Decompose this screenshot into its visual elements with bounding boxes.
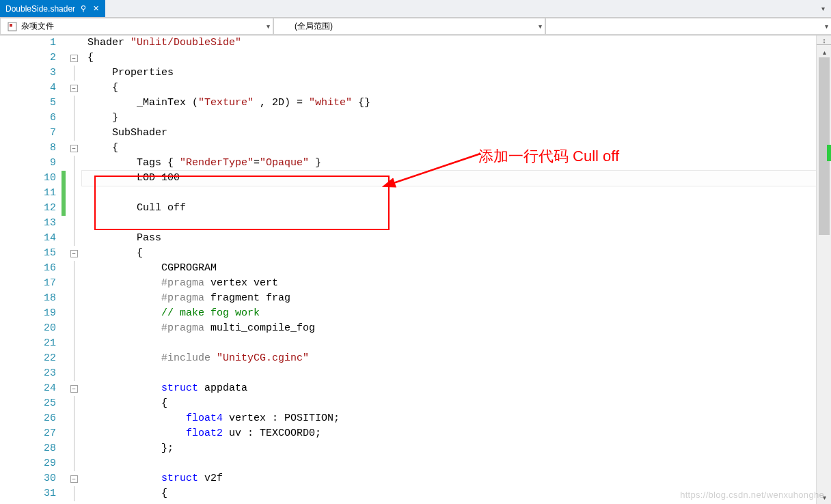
code-line[interactable]: { [82, 81, 816, 96]
fold-cell [66, 171, 82, 186]
fold-cell [66, 396, 82, 411]
fold-cell[interactable]: − [66, 141, 82, 156]
code-line[interactable]: }; [82, 441, 816, 456]
tab-dropdown-icon[interactable]: ▾ [817, 3, 828, 14]
line-number: 18 [0, 291, 56, 306]
code-line[interactable]: #include "UnityCG.cginc" [82, 351, 816, 366]
fold-guide [74, 276, 74, 291]
code-line[interactable]: // make fog work [82, 306, 816, 321]
line-number: 28 [0, 441, 56, 456]
fold-toggle-icon[interactable]: − [70, 55, 78, 62]
fold-guide [74, 321, 74, 336]
code-line[interactable]: LOD 100 [82, 171, 816, 186]
scroll-change-marker [827, 145, 831, 161]
fold-guide [74, 441, 74, 456]
fold-guide [74, 291, 74, 306]
code-line[interactable]: Shader "Unlit/DoubleSide" [82, 36, 816, 51]
scope-scope-select[interactable]: (全局范围) ▾ [273, 18, 545, 35]
fold-guide [74, 336, 74, 351]
fold-cell [66, 351, 82, 366]
vertical-scrollbar[interactable]: ↕ ▴ ▾ [816, 36, 831, 504]
code-line[interactable] [82, 366, 816, 381]
code-line[interactable] [82, 186, 816, 201]
fold-toggle-icon[interactable]: − [70, 145, 78, 152]
code-line[interactable] [82, 336, 816, 351]
fold-cell [66, 66, 82, 81]
line-number: 20 [0, 321, 56, 336]
code-line[interactable]: float2 uv : TEXCOORD0; [82, 426, 816, 441]
line-number: 23 [0, 366, 56, 381]
code-line[interactable]: { [82, 246, 816, 261]
line-number: 4 [0, 81, 56, 96]
line-number: 3 [0, 66, 56, 81]
code-line[interactable]: Pass [82, 231, 816, 246]
fold-toggle-icon[interactable]: − [70, 85, 78, 92]
code-line[interactable]: _MainTex ("Texture" , 2D) = "white" {} [82, 96, 816, 111]
fold-cell [66, 276, 82, 291]
code-line[interactable]: struct v2f [82, 471, 816, 486]
fold-cell [66, 36, 82, 51]
fold-toggle-icon[interactable]: − [70, 385, 78, 393]
tab-active[interactable]: DoubleSide.shader ⚲ ✕ [0, 0, 105, 17]
pin-icon[interactable]: ⚲ [79, 5, 87, 13]
chevron-down-icon: ▾ [825, 23, 828, 30]
fold-guide [74, 486, 74, 501]
scope-member-select[interactable]: ▾ [545, 18, 831, 35]
code-line[interactable]: { [82, 396, 816, 411]
line-number: 21 [0, 336, 56, 351]
line-number: 12 [0, 201, 56, 216]
fold-guide [74, 216, 74, 231]
code-line[interactable]: Properties [82, 66, 816, 81]
code-line[interactable]: CGPROGRAM [82, 261, 816, 276]
scope-project-select[interactable]: 杂项文件 ▾ [0, 18, 273, 35]
code-area[interactable]: Shader "Unlit/DoubleSide"{ Properties { … [82, 36, 816, 504]
line-number: 31 [0, 486, 56, 501]
fold-cell [66, 186, 82, 201]
fold-cell [66, 486, 82, 501]
line-number: 10 [0, 171, 56, 186]
scope-bar: 杂项文件 ▾ (全局范围) ▾ ▾ [0, 18, 831, 36]
fold-guide [74, 366, 74, 381]
code-line[interactable]: } [82, 111, 816, 126]
fold-cell[interactable]: − [66, 51, 82, 66]
fold-cell [66, 96, 82, 111]
fold-cell[interactable]: − [66, 471, 82, 486]
code-line[interactable]: #pragma multi_compile_fog [82, 321, 816, 336]
close-icon[interactable]: ✕ [92, 5, 100, 13]
fold-cell[interactable]: − [66, 246, 82, 261]
tab-bar: DoubleSide.shader ⚲ ✕ ▾ [0, 0, 831, 18]
fold-guide [74, 231, 74, 246]
fold-cell [66, 456, 82, 471]
fold-column: −−−−−− [66, 36, 82, 504]
fold-guide [74, 201, 74, 216]
code-line[interactable]: Tags { "RenderType"="Opaque" } [82, 156, 816, 171]
fold-toggle-icon[interactable]: − [70, 475, 78, 483]
line-number: 24 [0, 381, 56, 396]
fold-cell [66, 291, 82, 306]
code-line[interactable]: float4 vertex : POSITION; [82, 411, 816, 426]
fold-toggle-icon[interactable]: − [70, 250, 78, 257]
code-line[interactable]: { [82, 51, 816, 66]
fold-guide [74, 351, 74, 366]
fold-guide [74, 456, 74, 471]
fold-cell [66, 111, 82, 126]
split-icon[interactable]: ↕ [817, 36, 831, 45]
scope-scope-label: (全局范围) [295, 20, 333, 32]
code-line[interactable]: struct appdata [82, 381, 816, 396]
fold-cell [66, 126, 82, 141]
code-line[interactable]: { [82, 141, 816, 156]
line-number: 19 [0, 306, 56, 321]
fold-guide [74, 186, 74, 201]
code-line[interactable]: #pragma fragment frag [82, 291, 816, 306]
code-line[interactable] [82, 216, 816, 231]
code-line[interactable]: #pragma vertex vert [82, 276, 816, 291]
fold-guide [74, 156, 74, 171]
fold-cell[interactable]: − [66, 381, 82, 396]
fold-guide [74, 306, 74, 321]
code-line[interactable]: SubShader [82, 126, 816, 141]
code-line[interactable]: Cull off [82, 201, 816, 216]
watermark: https://blog.csdn.net/wenxuhonghe [680, 490, 824, 500]
code-line[interactable] [82, 456, 816, 471]
scroll-up-icon[interactable]: ▴ [819, 46, 830, 57]
fold-cell[interactable]: − [66, 81, 82, 96]
